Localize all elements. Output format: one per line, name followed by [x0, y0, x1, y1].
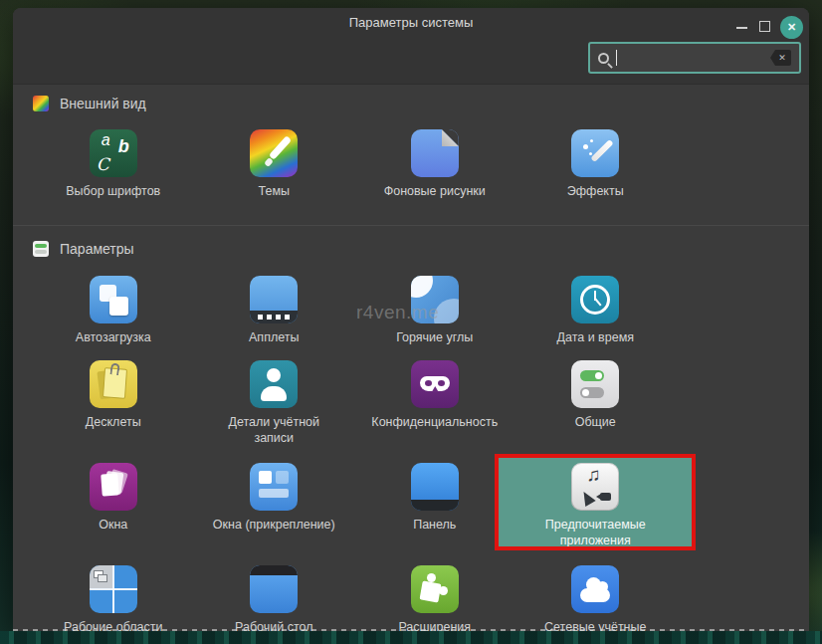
date-time-icon [571, 276, 619, 323]
desktop-icon [250, 565, 298, 613]
settings-item-date-time[interactable]: Дата и время [515, 276, 677, 345]
titlebar[interactable]: Параметры системы [13, 8, 809, 36]
appearance-section-icon [33, 96, 49, 111]
settings-item-font-selection[interactable]: Выбор шрифтов [33, 129, 194, 199]
online-accounts-icon [571, 565, 619, 613]
desktop-background [0, 631, 822, 644]
minimize-button[interactable] [736, 27, 747, 29]
themes-icon [250, 129, 298, 177]
section-divider [13, 225, 809, 226]
close-button[interactable] [780, 16, 803, 39]
preferences-section-icon [33, 241, 49, 257]
privacy-icon [411, 360, 459, 408]
settings-item-preferred-applications[interactable]: Предпочитаемые приложения [515, 463, 677, 548]
settings-item-themes[interactable]: Темы [194, 129, 355, 199]
workspaces-icon [90, 565, 137, 613]
settings-item-effects[interactable]: Эффекты [515, 129, 677, 199]
settings-item-desktop[interactable]: Рабочий стол [194, 565, 355, 631]
general-icon [571, 360, 619, 408]
watermark: r4ven.me [356, 302, 439, 323]
maximize-button[interactable] [759, 21, 770, 32]
preferences-grid-row-1: Автозагрузка Апплеты Горячие углы Дата и… [33, 276, 676, 345]
section-header-appearance: Внешний вид [33, 96, 146, 111]
desklets-icon [90, 360, 137, 408]
panel-icon [411, 463, 459, 511]
startup-icon [90, 276, 137, 323]
search-input[interactable] [588, 42, 801, 74]
settings-item-desklets[interactable]: Десклеты [33, 360, 194, 446]
effects-icon [571, 129, 619, 177]
settings-item-applets[interactable]: Апплеты [194, 276, 355, 345]
extensions-icon [411, 565, 459, 613]
settings-item-online-accounts[interactable]: Сетевые учётные [515, 565, 677, 631]
text-caret [616, 50, 617, 66]
section-label: Параметры [60, 241, 134, 257]
account-details-icon [250, 360, 298, 408]
window-title: Параметры системы [349, 15, 474, 30]
preferences-grid-row-4: Рабочие области Рабочий стол Расширения … [33, 565, 676, 631]
section-header-preferences: Параметры [33, 241, 134, 257]
preferences-grid-row-2: Десклеты Детали учётной записи Конфиденц… [33, 360, 676, 446]
font-selection-icon [90, 129, 137, 177]
settings-item-startup[interactable]: Автозагрузка [33, 276, 194, 345]
settings-item-workspaces[interactable]: Рабочие области [33, 565, 194, 631]
settings-item-panel[interactable]: Панель [354, 463, 515, 548]
clear-search-icon[interactable] [770, 50, 791, 66]
annotation-rectangle [495, 454, 696, 550]
applets-icon [250, 276, 298, 323]
settings-item-account-details[interactable]: Детали учётной записи [194, 360, 355, 446]
settings-item-general[interactable]: Общие [515, 360, 677, 446]
settings-item-privacy[interactable]: Конфиденциальность [354, 360, 515, 446]
window-tiling-icon [250, 463, 298, 511]
settings-item-backgrounds[interactable]: Фоновые рисунки [354, 129, 515, 199]
backgrounds-icon [411, 129, 459, 177]
settings-item-extensions[interactable]: Расширения [354, 565, 515, 631]
settings-item-window-tiling[interactable]: Окна (прикрепление) [194, 463, 355, 548]
windows-icon [90, 463, 137, 511]
preferences-grid-row-3: Окна Окна (прикрепление) Панель Предпочи… [33, 463, 676, 548]
section-label: Внешний вид [60, 96, 146, 111]
settings-item-windows[interactable]: Окна [33, 463, 194, 548]
search-icon [598, 53, 609, 64]
appearance-grid: Выбор шрифтов Темы Фоновые рисунки Эффек… [33, 129, 676, 199]
